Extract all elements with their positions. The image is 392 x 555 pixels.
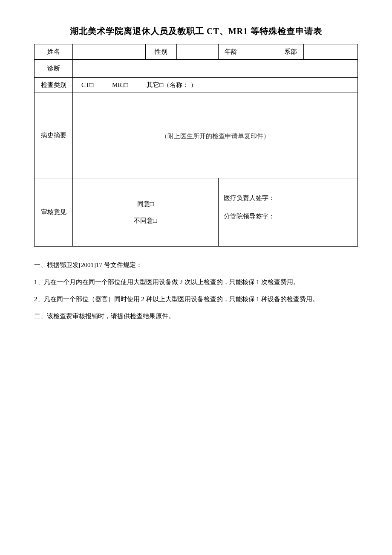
other-option: 其它□（名称： ） <box>147 81 197 88</box>
age-label: 年龄 <box>218 44 244 60</box>
notes-intro: 一、根据鄂卫发[2001]17 号文件规定： <box>34 259 358 271</box>
history-note: （附上医生所开的检查申请单复印件） <box>78 131 352 140</box>
disagree-option: 不同意□ <box>78 217 213 225</box>
sign2-line: 分管院领导签字： <box>224 212 352 221</box>
diagnosis-value <box>73 60 358 78</box>
notes-item3: 二、该检查费审核报销时，请提供检查结果原件。 <box>34 310 358 323</box>
type-label: 检查类别 <box>35 78 73 93</box>
name-value <box>73 44 146 60</box>
review-left-cell: 同意□ 不同意□ <box>73 178 219 247</box>
mri-option: MRI□ <box>112 81 128 88</box>
review-label: 审核意见 <box>35 178 73 247</box>
dept-value <box>303 44 357 60</box>
notes-item2: 2、凡在同一个部位（器官）同时使用 2 种以上大型医用设备检查的，只能核保 1 … <box>34 293 358 305</box>
page-title: 湖北美术学院离退休人员及教职工 CT、MR1 等特殊检查申请表 <box>34 26 358 37</box>
type-value: CT□ MRI□ 其它□（名称： ） <box>73 78 358 93</box>
notes-item1: 1、凡在一个月内在同一个部位使用大型医用设备做 2 次以上检查的，只能核保 1 … <box>34 276 358 288</box>
diagnosis-label: 诊断 <box>35 60 73 78</box>
history-content: （附上医生所开的检查申请单复印件） <box>73 93 358 178</box>
ct-option: CT□ <box>81 81 93 88</box>
form-table: 姓名 性别 年龄 系部 诊断 检查类别 CT□ MRI□ 其它□（名称： ） 病… <box>34 44 358 247</box>
type-row: 检查类别 CT□ MRI□ 其它□（名称： ） <box>35 78 358 93</box>
review-row: 审核意见 同意□ 不同意□ 医疗负责人签字： 分管院领导签字： <box>35 178 358 247</box>
history-row: 病史摘要 （附上医生所开的检查申请单复印件） <box>35 93 358 178</box>
diagnosis-row: 诊断 <box>35 60 358 78</box>
age-value <box>244 44 278 60</box>
agree-option: 同意□ <box>78 200 213 208</box>
notes-section: 一、根据鄂卫发[2001]17 号文件规定： 1、凡在一个月内在同一个部位使用大… <box>34 259 358 323</box>
gender-value <box>176 44 218 60</box>
history-label: 病史摘要 <box>35 93 73 178</box>
review-right-cell: 医疗负责人签字： 分管院领导签字： <box>218 178 357 247</box>
dept-label: 系部 <box>278 44 303 60</box>
sign1-line: 医疗负责人签字： <box>224 194 352 202</box>
name-row: 姓名 性别 年龄 系部 <box>35 44 358 60</box>
gender-label: 性别 <box>145 44 176 60</box>
name-label: 姓名 <box>35 44 73 60</box>
